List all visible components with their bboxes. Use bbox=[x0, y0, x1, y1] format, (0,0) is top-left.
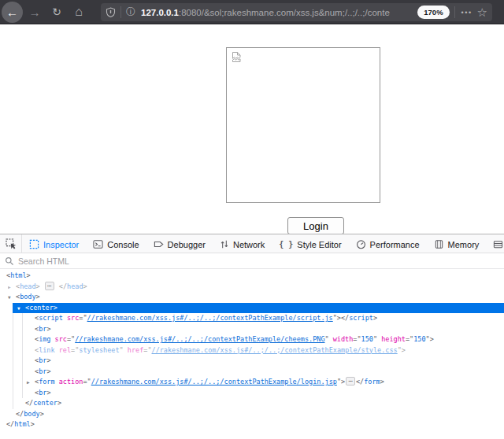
tab-debugger[interactable]: Debugger bbox=[146, 234, 213, 253]
token-attr: action bbox=[59, 378, 83, 386]
tab-performance[interactable]: Performance bbox=[349, 234, 427, 253]
tab-memory[interactable]: Memory bbox=[427, 234, 487, 253]
token-tag: link bbox=[39, 346, 54, 354]
token-p: </ bbox=[16, 410, 24, 418]
firefox-window: ← → ↻ ⌂ ⓘ 127.0.0.1:8080/&sol;rakeshmane… bbox=[0, 0, 504, 439]
markup-node-body-close[interactable]: </body> bbox=[0, 409, 504, 420]
token-p: > bbox=[54, 304, 57, 312]
tab-label: Debugger bbox=[168, 240, 206, 249]
markup-node-center-close[interactable]: </center> bbox=[0, 398, 504, 409]
url-text: 127.0.0.1:8080/&sol;rakeshmane.com/xss.j… bbox=[141, 3, 413, 21]
bookmark-star-icon[interactable]: ☆ bbox=[477, 6, 487, 18]
token-p: > bbox=[31, 420, 35, 428]
home-button[interactable]: ⌂ bbox=[69, 2, 88, 21]
markup-node-br-2[interactable]: <br> bbox=[0, 356, 504, 367]
token-tag: center bbox=[29, 304, 54, 312]
token-attr: href bbox=[128, 346, 143, 354]
token-tag: script bbox=[39, 314, 63, 322]
markup-node-br-1[interactable]: <br> bbox=[0, 324, 504, 335]
token-p: > bbox=[430, 335, 434, 343]
tab-inspector[interactable]: Inspector bbox=[22, 234, 86, 253]
token-p: </ bbox=[59, 282, 67, 290]
token-tag: form bbox=[39, 378, 54, 386]
collapsed-content-badge[interactable]: ⋯ bbox=[45, 282, 54, 290]
markup-node-center-open[interactable]: ▼<center> bbox=[0, 303, 504, 314]
tab-storage[interactable]: Storage bbox=[486, 234, 504, 253]
inspector-icon bbox=[29, 239, 39, 249]
forward-button[interactable]: → bbox=[25, 2, 44, 21]
site-info-icon[interactable]: ⓘ bbox=[126, 6, 135, 19]
markup-node-html-open[interactable]: <html> bbox=[0, 271, 504, 282]
token-p: > bbox=[380, 378, 384, 386]
token-p: </ bbox=[356, 378, 364, 386]
page-actions-icon[interactable]: ••• bbox=[461, 9, 472, 17]
tab-label: Performance bbox=[370, 240, 420, 249]
token-attr: src bbox=[55, 335, 67, 343]
token-p: </ bbox=[25, 399, 33, 407]
node-picker-button[interactable] bbox=[0, 234, 22, 253]
token-attr: rel bbox=[59, 346, 71, 354]
tab-label: Network bbox=[233, 240, 265, 249]
markup-node-form[interactable]: ▶<form action="//rakeshmane.com/xss.js#/… bbox=[0, 377, 504, 388]
token-p: > bbox=[46, 356, 50, 364]
devtools-panel: InspectorConsoleDebuggerNetwork{ }Style … bbox=[0, 234, 504, 439]
browser-toolbar: ← → ↻ ⌂ ⓘ 127.0.0.1:8080/&sol;rakeshmane… bbox=[0, 0, 504, 24]
collapse-arrow-icon[interactable]: ▼ bbox=[8, 292, 11, 303]
collapse-arrow-icon[interactable]: ▼ bbox=[17, 303, 20, 314]
tab-label: Style Editor bbox=[297, 240, 341, 249]
tab-network[interactable]: Network bbox=[213, 234, 272, 253]
token-p: =" bbox=[83, 378, 91, 386]
token-tag: head bbox=[20, 282, 35, 290]
url-bar[interactable]: ⓘ 127.0.0.1:8080/&sol;rakeshmane.com/xss… bbox=[101, 3, 492, 21]
tab-label: Console bbox=[107, 240, 139, 249]
storage-icon bbox=[493, 239, 503, 249]
token-url: //rakeshmane.com/xss.js#/..;/..;/context… bbox=[87, 314, 333, 322]
token-tag: html bbox=[10, 271, 26, 279]
url-path: :8080/&sol;rakeshmane.com/xss.js&num;/..… bbox=[179, 8, 390, 17]
devtools-search[interactable]: Search HTML bbox=[0, 253, 504, 269]
expand-arrow-icon[interactable]: ▶ bbox=[27, 377, 30, 388]
token-sp bbox=[124, 346, 128, 354]
token-attr: width bbox=[333, 335, 354, 343]
forward-arrow-icon: → bbox=[29, 6, 41, 19]
login-button[interactable]: Login bbox=[287, 217, 344, 234]
token-p: > bbox=[57, 399, 61, 407]
token-tag: script bbox=[349, 314, 373, 322]
token-p: "> bbox=[398, 346, 406, 354]
tracking-shield-icon[interactable] bbox=[106, 7, 116, 18]
token-tag: br bbox=[39, 389, 46, 397]
back-button[interactable]: ← bbox=[2, 2, 23, 23]
token-p: =" bbox=[143, 346, 151, 354]
token-p: > bbox=[40, 410, 44, 418]
markup-node-br-3[interactable]: <br> bbox=[0, 367, 504, 378]
markup-node-body-open[interactable]: ▼<body> bbox=[0, 292, 504, 303]
token-tag: img bbox=[39, 335, 50, 343]
markup-node-br-4[interactable]: <br> bbox=[0, 388, 504, 399]
token-url: //rakeshmane.com/xss.js#/..;/..;/context… bbox=[152, 346, 398, 354]
token-sp bbox=[55, 346, 59, 354]
page-content: Login bbox=[0, 24, 504, 234]
console-icon bbox=[93, 239, 103, 249]
tab-label: Memory bbox=[448, 240, 480, 249]
tab-style-editor[interactable]: { }Style Editor bbox=[272, 234, 348, 253]
collapsed-content-badge[interactable]: ⋯ bbox=[346, 377, 355, 386]
token-val: 150 bbox=[413, 335, 425, 343]
markup-node-head[interactable]: ▶<head> ⋯ </head> bbox=[0, 282, 504, 293]
style-editor-icon: { } bbox=[279, 239, 293, 249]
markup-node-img[interactable]: <img src="//rakeshmane.com/xss.js#/..;/.… bbox=[0, 334, 504, 345]
zoom-level-badge[interactable]: 170% bbox=[417, 6, 449, 19]
reload-icon: ↻ bbox=[52, 6, 61, 18]
markup-node-script[interactable]: <script src="//rakeshmane.com/xss.js#/..… bbox=[0, 313, 504, 324]
markup-node-link[interactable]: <link rel="stylesheet" href="//rakeshman… bbox=[0, 345, 504, 356]
token-tag: br bbox=[39, 367, 46, 375]
search-placeholder: Search HTML bbox=[18, 256, 69, 266]
markup-view: <html>▶<head> ⋯ </head>▼<body>▼<center><… bbox=[0, 269, 504, 430]
token-url: //rakeshmane.com/xss.js#/..;/..;/context… bbox=[75, 335, 324, 343]
expand-arrow-icon[interactable]: ▶ bbox=[8, 282, 11, 293]
reload-button[interactable]: ↻ bbox=[47, 2, 66, 21]
broken-image[interactable] bbox=[226, 47, 380, 203]
url-fade bbox=[392, 3, 413, 21]
tab-console[interactable]: Console bbox=[86, 234, 146, 253]
markup-node-html-close[interactable]: </html> bbox=[0, 419, 504, 430]
token-p: > bbox=[46, 325, 50, 333]
